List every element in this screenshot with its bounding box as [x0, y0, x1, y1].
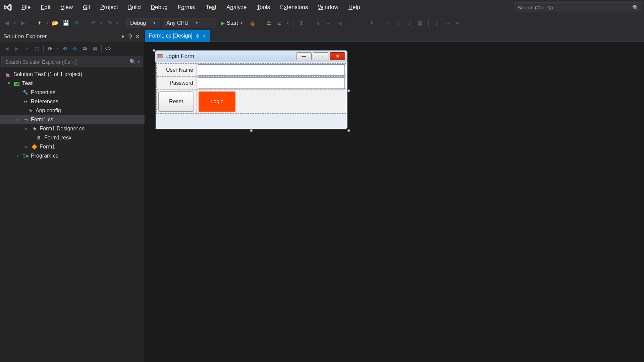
- new-project-button[interactable]: ✦: [35, 18, 44, 28]
- expand-icon[interactable]: ▹: [15, 99, 20, 104]
- table-layout-panel[interactable]: User Name Password: [156, 63, 346, 114]
- hspace-equal-button[interactable]: ‖: [432, 18, 441, 28]
- align-center-button[interactable]: ⫤: [324, 18, 333, 28]
- filter-drop[interactable]: ▼: [55, 44, 59, 53]
- tree-appconfig[interactable]: 🗎 App.config: [0, 106, 145, 115]
- platform-dropdown[interactable]: Any CPU▼: [163, 18, 216, 28]
- menu-test[interactable]: Test: [201, 2, 221, 13]
- panel-close-button[interactable]: ✕: [134, 33, 141, 40]
- undo-drop[interactable]: ▼: [99, 18, 103, 28]
- tree-formclass[interactable]: ▹ 🔶 Form1: [0, 142, 145, 151]
- browse-button[interactable]: 🗀: [264, 18, 274, 28]
- size-height-button[interactable]: ↕: [394, 18, 404, 28]
- resize-handle-se[interactable]: [347, 129, 350, 132]
- save-button[interactable]: 💾: [61, 18, 71, 28]
- form-designer-surface[interactable]: Login Form — ▢ ✕ User Name: [145, 42, 644, 362]
- close-icon[interactable]: ✕: [203, 34, 206, 39]
- pin-icon[interactable]: ⚲: [196, 34, 199, 39]
- align-top-button[interactable]: ⫟: [345, 18, 355, 28]
- username-input[interactable]: [198, 64, 345, 76]
- password-input[interactable]: [198, 77, 345, 89]
- menu-build[interactable]: Build: [123, 2, 146, 13]
- save-all-button[interactable]: ⎙: [72, 18, 82, 28]
- tree-resx[interactable]: 🗎 Form1.resx: [0, 133, 145, 142]
- menu-git[interactable]: Git: [78, 2, 95, 13]
- start-debug-button[interactable]: ▶ Start ▼: [218, 18, 247, 28]
- expand-icon[interactable]: ▹: [15, 90, 20, 95]
- panel-options-button[interactable]: ▾: [119, 33, 126, 40]
- redo-drop[interactable]: ▼: [115, 18, 119, 28]
- menu-format[interactable]: Format: [173, 2, 201, 13]
- hot-reload-button[interactable]: 🔥: [248, 18, 257, 28]
- tab-form1-design[interactable]: Form1.cs [Design] ⚲ ✕: [145, 30, 210, 42]
- tree-properties[interactable]: ▹ 🔧 Properties: [0, 88, 145, 97]
- reset-button[interactable]: Reset: [158, 92, 194, 112]
- maximize-button[interactable]: ▢: [313, 52, 328, 60]
- size-both-button[interactable]: ⤢: [405, 18, 414, 28]
- refresh-button[interactable]: ↻: [70, 44, 79, 53]
- tree-form1[interactable]: ▿ ▭ Form1.cs: [0, 115, 145, 124]
- switch-views-button[interactable]: ◫: [32, 44, 42, 53]
- menu-window[interactable]: Window: [313, 2, 343, 13]
- configuration-dropdown[interactable]: Debug▼: [126, 18, 160, 28]
- quick-search-input[interactable]: Search (Ctrl+Q) 🔍: [515, 2, 642, 12]
- align-grid-button[interactable]: ⊞: [297, 18, 306, 28]
- filter-button[interactable]: ⟳: [45, 44, 55, 53]
- expand-icon[interactable]: ▿: [15, 117, 20, 122]
- redo-button[interactable]: ↷: [105, 18, 114, 28]
- hspace-dec-button[interactable]: ⇤: [453, 18, 463, 28]
- forward-button[interactable]: ▶: [12, 44, 21, 53]
- expand-icon[interactable]: ▿: [7, 81, 11, 85]
- expand-icon[interactable]: ▹: [24, 126, 29, 131]
- menu-tools[interactable]: Tools: [252, 2, 275, 13]
- username-label[interactable]: User Name: [157, 64, 197, 76]
- page-drop[interactable]: ▼: [286, 18, 290, 28]
- undo-button[interactable]: ↶: [89, 18, 98, 28]
- resize-handle-e[interactable]: [347, 89, 350, 92]
- tree-designer[interactable]: ▹ 🗎 Form1.Designer.cs: [0, 124, 145, 133]
- tree-program[interactable]: ▹ C# Program.cs: [0, 151, 145, 160]
- menu-file[interactable]: File: [17, 2, 35, 13]
- tree-references[interactable]: ▹ ▪▪ References: [0, 97, 145, 106]
- collapse-all-button[interactable]: ⧉: [80, 44, 90, 53]
- sync-button[interactable]: ⟲: [60, 44, 69, 53]
- close-button[interactable]: ✕: [330, 52, 345, 60]
- size-width-button[interactable]: ↔: [383, 18, 393, 28]
- new-project-drop[interactable]: ▼: [45, 18, 49, 28]
- menu-debug[interactable]: Debug: [146, 2, 172, 13]
- more-button[interactable]: ⋯: [113, 44, 123, 53]
- home-button[interactable]: ⌂: [22, 44, 32, 53]
- login-button[interactable]: Login: [199, 92, 235, 112]
- resize-handle-s[interactable]: [250, 129, 253, 132]
- align-left-button[interactable]: ⫞: [313, 18, 323, 28]
- menu-project[interactable]: Project: [96, 2, 123, 13]
- page-button[interactable]: ⌂: [275, 18, 284, 28]
- menu-view[interactable]: View: [56, 2, 78, 13]
- menu-edit[interactable]: Edit: [36, 2, 55, 13]
- resize-handle-nw[interactable]: [153, 49, 155, 52]
- minimize-button[interactable]: —: [296, 52, 312, 60]
- align-bottom-button[interactable]: ⫡: [367, 18, 376, 28]
- nav-forward-button[interactable]: ▶: [18, 18, 28, 28]
- align-middle-button[interactable]: ⫠: [356, 18, 366, 28]
- show-all-button[interactable]: ▤: [90, 44, 100, 53]
- panel-pin-button[interactable]: ⚲: [126, 33, 134, 40]
- login-form-window[interactable]: Login Form — ▢ ✕ User Name: [155, 50, 347, 129]
- align-right-button[interactable]: ⫣: [335, 18, 344, 28]
- solution-search-input[interactable]: Search Solution Explorer (Ctrl+;) 🔍 ▾: [1, 56, 143, 67]
- nav-back-drop[interactable]: ▼: [13, 18, 17, 28]
- password-label[interactable]: Password: [157, 77, 197, 89]
- menu-extensions[interactable]: Extensions: [275, 2, 313, 13]
- hspace-inc-button[interactable]: ⇥: [443, 18, 452, 28]
- tree-solution[interactable]: ▣ Solution 'Test' (1 of 1 project): [0, 70, 145, 79]
- expand-icon[interactable]: ▹: [15, 154, 20, 158]
- nav-back-button[interactable]: ◀: [2, 18, 11, 28]
- menu-help[interactable]: Help: [344, 2, 365, 13]
- code-view-button[interactable]: </>: [103, 44, 113, 53]
- tree-project[interactable]: ▿ C# Test: [0, 79, 145, 88]
- size-to-grid-button[interactable]: ▦: [416, 18, 425, 28]
- expand-icon[interactable]: ▹: [24, 144, 29, 149]
- menu-analyze[interactable]: Analyze: [222, 2, 252, 13]
- back-button[interactable]: ◀: [2, 44, 11, 53]
- open-file-button[interactable]: 📂: [51, 18, 60, 28]
